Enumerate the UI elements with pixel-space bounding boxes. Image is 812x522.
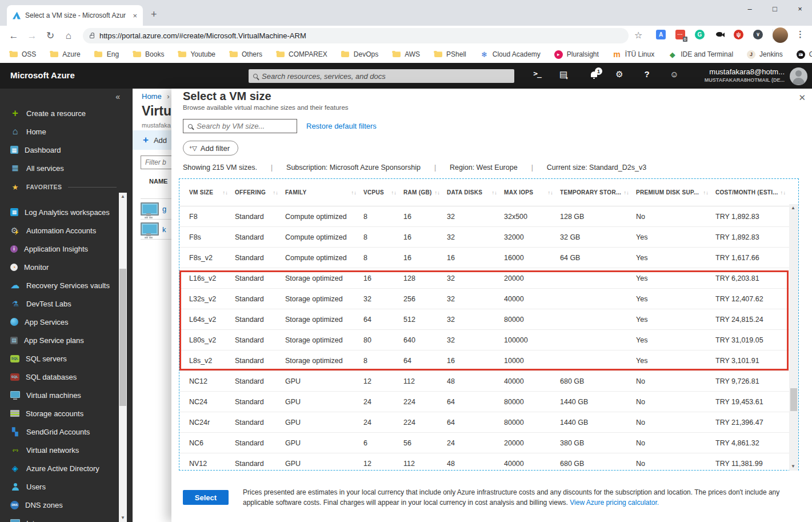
sidebar-item-sendgrid-accounts[interactable]: SendGrid Accounts [0,423,119,441]
browser-menu-icon[interactable]: ⋮ [796,29,805,39]
column-header-family[interactable]: FAMILY↑↓ [285,189,363,196]
sidebar-item-sql-servers[interactable]: SQL servers [0,349,119,368]
table-row-l64s-v2[interactable]: L64s_v2StandardStorage optimized64512328… [179,309,790,330]
table-row-nc24[interactable]: NC24StandardGPU2422464800001440 GBNoTRY … [179,392,790,412]
pricing-calculator-link[interactable]: View Azure pricing calculator. [570,499,659,507]
table-row-nc24r[interactable]: NC24rStandardGPU2422464800001440 GBNoTRY… [179,412,790,433]
column-header-cost-month-esti[interactable]: COST/MONTH (ESTI...↑↓ [715,189,790,196]
stop-hand-icon[interactable] [734,30,743,39]
column-header-max-iops[interactable]: MAX IOPS↑↓ [504,189,560,196]
bookmark-eng[interactable]: Eng [94,50,119,59]
bookmarks-overflow-icon[interactable]: » [798,49,802,58]
sidebar-item-virtual-networks[interactable]: Virtual networks [0,441,119,459]
window-close-button[interactable]: × [796,5,804,13]
azure-brand[interactable]: Microsoft Azure [10,70,75,80]
back-icon[interactable]: ← [5,30,23,42]
bookmark-others[interactable]: Others [229,50,262,59]
sidebar-item-automation-accounts[interactable]: Automation Accounts [0,221,119,240]
new-tab-button[interactable]: + [151,9,157,19]
column-header-offering[interactable]: OFFERING↑↓ [235,189,285,196]
scroll-up-icon[interactable]: ▲ [119,193,127,201]
forward-icon[interactable]: → [23,30,41,42]
vm-name-link[interactable]: k [162,225,166,234]
table-scrollbar[interactable]: ▲ ▼ [789,204,798,471]
browser-home-icon[interactable]: ⌂ [59,30,78,42]
table-row-l80s-v2[interactable]: L80s_v2StandardStorage optimized80640321… [179,330,790,350]
window-maximize-button[interactable]: □ [771,5,779,13]
add-filter-button[interactable]: +▽ Add filter [183,141,238,156]
table-row-l16s-v2[interactable]: L16s_v2StandardStorage optimized16128322… [179,268,790,289]
sidebar-item-dashboard[interactable]: Dashboard [0,141,119,159]
reload-icon[interactable]: ↻ [41,30,59,42]
sidebar-item-devtest-labs[interactable]: DevTest Labs [0,294,119,313]
table-row-f8s-v2[interactable]: F8s_v2StandardCompute optimized816161600… [179,248,790,268]
bookmark-pshell[interactable]: PShell [434,50,466,59]
directory-filter-icon[interactable] [558,69,572,79]
bookmark-pluralsight[interactable]: Pluralsight [554,50,599,59]
column-header-vcpus[interactable]: VCPUS↑↓ [363,189,403,196]
bookmark-aws[interactable]: AWS [392,50,420,59]
sidebar-item-azure-active-directory[interactable]: Azure Active Directory [0,459,119,477]
account-avatar[interactable] [790,67,807,85]
feedback-smiley-icon[interactable]: ☺ [667,69,681,79]
azure-search[interactable] [249,69,514,83]
help-icon[interactable]: ? [640,69,654,79]
sidebar-item-app-service-plans[interactable]: App Service plans [0,331,119,349]
breadcrumb-home-link[interactable]: Home [142,92,162,101]
sidebar-item-log-analytics-workspaces[interactable]: Log Analytics workspaces [0,203,119,221]
bookmark-star-icon[interactable]: ☆ [634,30,642,41]
scrollbar-thumb[interactable] [790,388,797,411]
bookmark-azure[interactable]: Azure [50,50,80,59]
table-row-f8s[interactable]: F8sStandardCompute optimized816323200032… [179,227,790,248]
bookmark-cloud-academy[interactable]: Cloud Academy [480,50,541,59]
sidebar-item-storage-accounts[interactable]: Storage accounts [0,404,119,423]
scrollbar-thumb[interactable] [119,269,126,406]
column-header-temporary-stor[interactable]: TEMPORARY STOR...↑↓ [560,189,636,196]
panel-close-icon[interactable]: ✕ [798,93,806,103]
bookmark-ide-and-terminal[interactable]: IDE and Terminal [668,50,733,59]
table-row-f8[interactable]: F8StandardCompute optimized8163232x50012… [179,206,790,227]
browser-profile-avatar[interactable] [773,27,788,43]
grammarly-icon[interactable] [695,30,705,39]
bookmark-i-t-linux[interactable]: İTÜ Linux [613,50,654,59]
sidebar-item-intune[interactable]: Intune [0,514,119,522]
sidebar-item-application-insights[interactable]: Application Insights [0,240,119,258]
column-header-ram-gb[interactable]: RAM (GB)↑↓ [403,189,447,196]
sidebar-item-home[interactable]: Home [0,122,119,141]
cloud-shell-icon[interactable]: >_ [530,69,544,78]
extension-grid-icon[interactable]: 6 [675,30,685,39]
settings-gear-icon[interactable]: ⚙ [613,69,626,79]
sidebar-item-all-services[interactable]: All services [0,159,119,177]
bookmark-devops[interactable]: DevOps [341,50,378,59]
vm-size-search-input[interactable] [197,122,292,130]
translate-icon[interactable] [656,30,666,39]
column-header-premium-disk-sup[interactable]: PREMIUM DISK SUP...↑↓ [636,189,715,196]
sidebar-item-virtual-machines[interactable]: Virtual machines [0,386,119,404]
table-row-nc12[interactable]: NC12StandardGPU121124840000680 GBNoTRY 9… [179,371,790,392]
sidebar-item-create-a-resource[interactable]: Create a resource [0,104,119,122]
notifications-bell-icon[interactable]: 1 [589,71,600,80]
sidebar-item-monitor[interactable]: Monitor [0,258,119,276]
fish-icon[interactable] [714,30,724,39]
window-minimize-button[interactable]: – [746,5,754,13]
sidebar-item-recovery-services-vaults[interactable]: Recovery Services vaults [0,276,119,294]
scroll-up-icon[interactable]: ▲ [789,204,797,212]
pocket-icon[interactable] [753,30,763,39]
column-header-data-disks[interactable]: DATA DISKS↑↓ [447,189,504,196]
bookmark-comparex[interactable]: COMPAREX [276,50,327,59]
bookmark-jenkins[interactable]: Jenkins [747,50,783,59]
address-bar[interactable]: https://portal.azure.com/#create/Microso… [83,28,629,43]
bookmark-oss[interactable]: OSS [9,50,36,59]
vm-name-link[interactable]: g [162,205,166,213]
sidebar-item-dns-zones[interactable]: DNS zones [0,496,119,514]
scroll-down-icon[interactable]: ▼ [789,463,797,471]
table-row-nv12[interactable]: NV12StandardGPU121124840000680 GBNoTRY 1… [179,453,790,471]
scroll-down-icon[interactable]: ▼ [119,514,127,522]
sidebar-scrollbar[interactable]: ▲ ▼ [119,193,127,522]
tab-close-icon[interactable]: × [133,11,137,20]
vm-size-search[interactable] [183,119,297,133]
azure-search-input[interactable] [262,72,510,81]
table-row-nc6[interactable]: NC6StandardGPU6562420000380 GBNoTRY 4,86… [179,433,790,453]
table-row-l8s-v2[interactable]: L8s_v2StandardStorage optimized864161000… [179,350,790,371]
bookmark-books[interactable]: Books [133,50,164,59]
